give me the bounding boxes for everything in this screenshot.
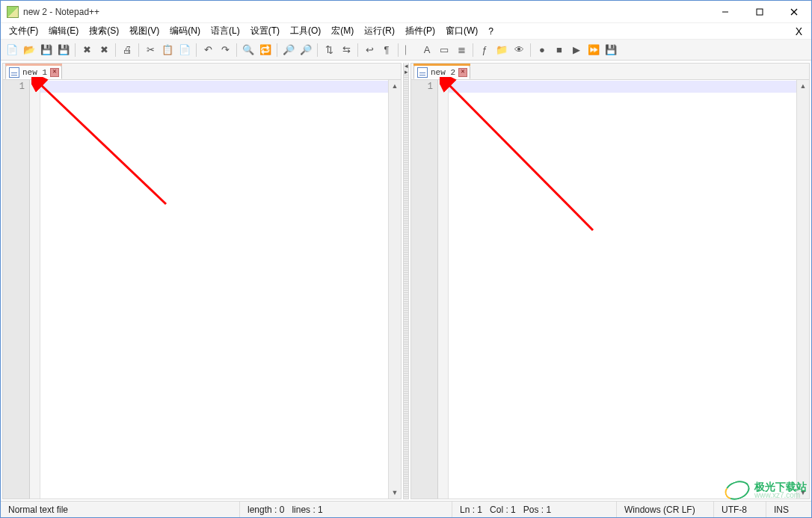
status-filetype: Normal text file (1, 502, 240, 517)
workspace: new 1 ✕ 1 ▲ ▼ ◂ ▸ (1, 61, 811, 501)
toolbar-separator (196, 43, 197, 57)
toolbar-show-all-icon[interactable]: ¶ (378, 42, 395, 58)
fold-margin (438, 80, 449, 499)
toolbar-play-multi-icon[interactable]: ⏩ (585, 42, 602, 58)
toolbar-find-icon[interactable]: 🔍 (240, 42, 256, 58)
toolbar-doc-map-icon[interactable]: ▭ (436, 42, 452, 58)
scroll-up-icon[interactable]: ▲ (797, 80, 809, 92)
toolbar-separator (236, 43, 237, 57)
menu-plugins[interactable]: 插件(P) (400, 23, 440, 39)
toolbar-separator (398, 43, 399, 57)
toolbar-paste-icon[interactable]: 📄 (176, 42, 193, 58)
menu-encoding[interactable]: 编码(N) (164, 23, 206, 39)
splitter-arrow-right-icon[interactable]: ▸ (405, 69, 408, 75)
toolbar-play-icon[interactable]: ▶ (568, 42, 585, 58)
text-area-left[interactable] (40, 80, 388, 499)
toolbar-copy-icon[interactable]: 📋 (159, 42, 176, 58)
status-length-lines: length : 0 lines : 1 (240, 502, 452, 517)
menu-bar: 文件(F) 编辑(E) 搜索(S) 视图(V) 编码(N) 语言(L) 设置(T… (1, 23, 811, 40)
toolbar-word-wrap-icon[interactable]: ↩ (361, 42, 378, 58)
toolbar-close-icon[interactable]: ✖ (79, 42, 95, 58)
tabbar-left: new 1 ✕ (3, 64, 401, 80)
tab-close-icon[interactable]: ✕ (50, 68, 59, 77)
svg-rect-1 (757, 9, 763, 15)
toolbar-save-macro-icon[interactable]: 💾 (603, 42, 619, 58)
tab-new-2[interactable]: new 2 ✕ (413, 65, 470, 79)
toolbar-folder-icon[interactable]: 📁 (493, 42, 510, 58)
menu-view[interactable]: 视图(V) (124, 23, 164, 39)
toolbar-separator (115, 43, 116, 57)
tab-label: new 2 (431, 68, 455, 77)
toolbar-redo-icon[interactable]: ↷ (217, 42, 233, 58)
svg-line-2 (791, 9, 797, 15)
menu-tools[interactable]: 工具(O) (285, 23, 326, 39)
vertical-scrollbar[interactable]: ▲ ▼ (388, 80, 401, 499)
status-caret: Ln : 1 Col : 1 Pos : 1 (452, 502, 617, 517)
toolbar-sync-v-icon[interactable]: ⇅ (321, 42, 337, 58)
toolbar-doc-list-icon[interactable]: ≣ (453, 42, 470, 58)
toolbar-cut-icon[interactable]: ✂ (142, 42, 159, 58)
toolbar-save-icon[interactable]: 💾 (38, 42, 55, 58)
maximize-button[interactable] (742, 1, 777, 23)
fold-margin (30, 80, 40, 499)
file-icon (417, 67, 428, 78)
toolbar-close-all-icon[interactable]: ✖ (96, 42, 112, 58)
status-eol[interactable]: Windows (CR LF) (617, 502, 714, 517)
toolbar-separator (530, 43, 531, 57)
window-title: new 2 - Notepad++ (23, 7, 99, 17)
menu-close-x[interactable]: X (790, 25, 808, 37)
status-bar: Normal text file length : 0 lines : 1 Ln… (1, 501, 811, 517)
toolbar-print-icon[interactable]: 🖨 (119, 42, 135, 58)
toolbar-function-list-icon[interactable]: ƒ (476, 42, 493, 58)
toolbar-separator (357, 43, 358, 57)
toolbar-save-all-icon[interactable]: 💾 (55, 42, 72, 58)
toolbar-zoom-in-icon[interactable]: 🔎 (280, 42, 297, 58)
editor-right: 1 ▲ ▼ (411, 80, 809, 499)
status-mode[interactable]: INS (766, 502, 811, 517)
line-number-gutter: 1 (3, 80, 30, 499)
close-button[interactable] (777, 1, 811, 23)
menu-language[interactable]: 语言(L) (206, 23, 245, 39)
line-number: 1 (411, 81, 433, 92)
status-length: length : 0 (247, 505, 284, 515)
minimize-button[interactable] (708, 1, 742, 23)
toolbar-new-file-icon[interactable]: 📄 (4, 42, 20, 58)
toolbar-separator (138, 43, 139, 57)
menu-macro[interactable]: 宏(M) (326, 23, 359, 39)
status-lines: lines : 1 (292, 505, 322, 515)
toolbar-record-icon[interactable]: ● (534, 42, 550, 58)
toolbar-separator (473, 43, 473, 57)
pane-splitter[interactable]: ◂ ▸ (403, 63, 409, 499)
menu-search[interactable]: 搜索(S) (84, 23, 124, 39)
scroll-up-icon[interactable]: ▲ (389, 80, 401, 92)
toolbar: 📄📂💾💾✖✖🖨✂📋📄↶↷🔍🔁🔎🔎⇅⇆↩¶⎸A▭≣ƒ📁👁●■▶⏩💾 (1, 40, 811, 61)
toolbar-separator (277, 43, 277, 57)
status-encoding[interactable]: UTF-8 (714, 502, 766, 517)
menu-help[interactable]: ? (483, 25, 499, 38)
menu-file[interactable]: 文件(F) (4, 23, 43, 39)
toolbar-lang-icon[interactable]: A (419, 42, 435, 58)
toolbar-indent-guide-icon[interactable]: ⎸ (402, 42, 418, 58)
toolbar-open-file-icon[interactable]: 📂 (21, 42, 37, 58)
text-area-right[interactable] (449, 80, 796, 499)
toolbar-undo-icon[interactable]: ↶ (200, 42, 216, 58)
status-pos: Pos : 1 (523, 505, 551, 515)
menu-settings[interactable]: 设置(T) (245, 23, 285, 39)
line-number: 1 (3, 81, 25, 92)
toolbar-zoom-out-icon[interactable]: 🔎 (298, 42, 314, 58)
title-bar: new 2 - Notepad++ (1, 1, 811, 23)
tab-new-1[interactable]: new 1 ✕ (5, 65, 62, 79)
menu-run[interactable]: 运行(R) (359, 23, 400, 39)
toolbar-sync-h-icon[interactable]: ⇆ (338, 42, 354, 58)
scroll-down-icon[interactable]: ▼ (797, 487, 809, 499)
app-icon (7, 6, 19, 18)
tab-close-icon[interactable]: ✕ (458, 68, 467, 77)
toolbar-monitor-icon[interactable]: 👁 (511, 42, 527, 58)
toolbar-separator (75, 43, 76, 57)
vertical-scrollbar[interactable]: ▲ ▼ (796, 80, 809, 499)
menu-window[interactable]: 窗口(W) (440, 23, 483, 39)
toolbar-replace-icon[interactable]: 🔁 (257, 42, 274, 58)
toolbar-stop-icon[interactable]: ■ (551, 42, 568, 58)
menu-edit[interactable]: 编辑(E) (43, 23, 84, 39)
scroll-down-icon[interactable]: ▼ (389, 487, 401, 499)
